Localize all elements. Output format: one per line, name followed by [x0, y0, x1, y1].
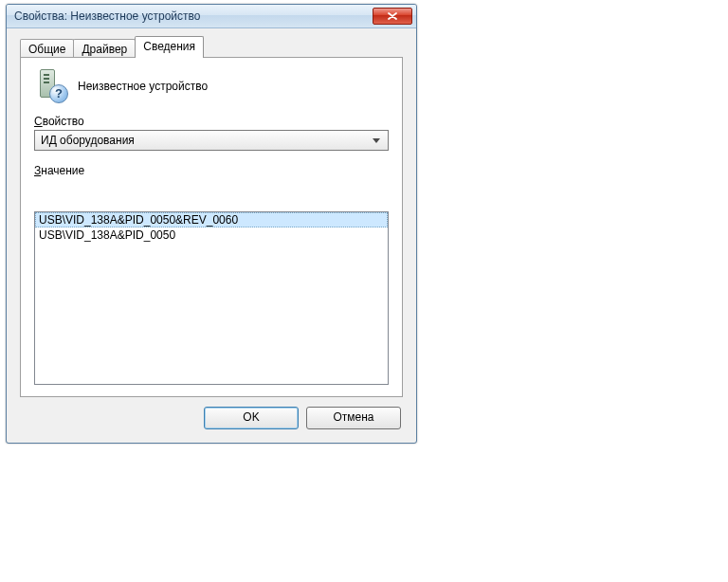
tab-details[interactable]: Сведения	[135, 36, 204, 58]
question-mark-icon: ?	[49, 84, 68, 103]
client-area: Общие Драйвер Сведения ? Неизвестное уст…	[12, 33, 410, 437]
property-combobox[interactable]: ИД оборудования	[34, 130, 389, 151]
chevron-down-icon	[369, 134, 384, 147]
property-combobox-value: ИД оборудования	[41, 134, 369, 147]
close-button[interactable]	[373, 8, 412, 25]
list-item[interactable]: USB\VID_138A&PID_0050&REV_0060	[35, 212, 388, 227]
dialog-button-row: OK Отмена	[204, 407, 401, 429]
tab-general[interactable]: Общие	[20, 39, 74, 59]
property-label-accel: С	[34, 115, 43, 128]
cancel-button[interactable]: Отмена	[306, 407, 401, 429]
value-listbox[interactable]: USB\VID_138A&PID_0050&REV_0060 USB\VID_1…	[34, 211, 389, 385]
titlebar[interactable]: Свойства: Неизвестное устройство	[7, 5, 416, 28]
close-icon	[388, 12, 397, 20]
tab-driver[interactable]: Драйвер	[73, 39, 136, 59]
property-label-rest: войство	[43, 115, 84, 128]
property-label: Свойство	[21, 111, 402, 130]
list-item[interactable]: USB\VID_138A&PID_0050	[35, 227, 388, 243]
tab-panel-details: ? Неизвестное устройство Свойство ИД обо…	[20, 57, 403, 397]
tab-strip: Общие Драйвер Сведения	[20, 37, 403, 58]
device-header: ? Неизвестное устройство	[21, 58, 402, 111]
ok-button[interactable]: OK	[204, 407, 299, 429]
window-title: Свойства: Неизвестное устройство	[14, 5, 373, 27]
unknown-device-icon: ?	[34, 69, 68, 103]
properties-dialog: Свойства: Неизвестное устройство Общие Д…	[6, 4, 417, 444]
value-label-rest: начение	[41, 164, 84, 177]
value-label: Значение	[21, 160, 402, 179]
device-name: Неизвестное устройство	[78, 80, 208, 93]
